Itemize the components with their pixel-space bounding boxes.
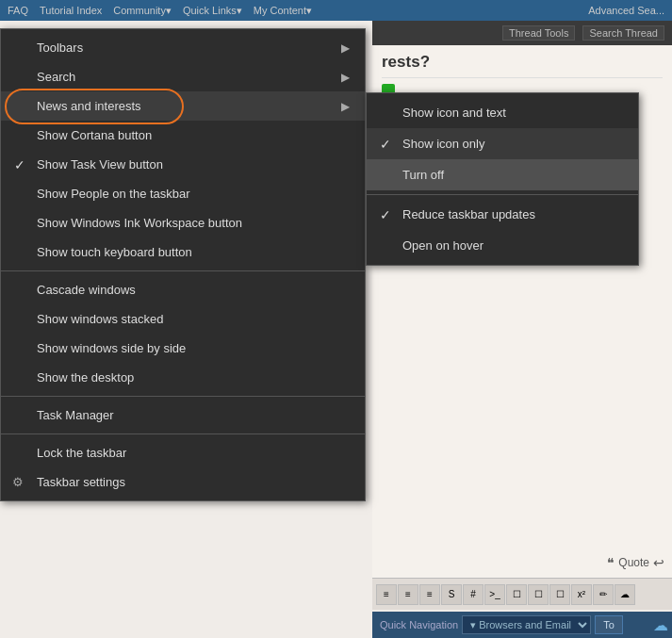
tab-my-content[interactable]: My Content▾ (254, 5, 312, 17)
submenu-item-icon-text[interactable]: Show icon and text (367, 97, 638, 128)
menu-item-task-view[interactable]: ✓ Show Task View button (1, 150, 365, 179)
separator-2 (1, 396, 365, 397)
menu-label-side-by-side: Show windows side by side (37, 341, 186, 355)
editor-btn-pen[interactable]: ✏ (593, 584, 614, 605)
context-menu-main: Toolbars ▶ Search ▶ News and interests ▶… (0, 28, 366, 501)
editor-btn-cloud[interactable]: ☁ (615, 584, 635, 605)
menu-item-people[interactable]: Show People on the taskbar (1, 179, 365, 208)
reply-icon: ↩ (653, 555, 664, 570)
menu-item-cortana[interactable]: Show Cortana button (1, 121, 365, 150)
editor-btn-img3[interactable]: ☐ (549, 584, 570, 605)
editor-btn-strike[interactable]: S (441, 584, 462, 605)
separator-1 (1, 270, 365, 271)
gear-icon: ⚙ (12, 475, 24, 489)
tab-faq[interactable]: FAQ (8, 5, 28, 16)
menu-label-search: Search (37, 70, 75, 84)
editor-btn-list3[interactable]: ≡ (419, 584, 440, 605)
tab-quick-links[interactable]: Quick Links▾ (183, 5, 242, 17)
editor-btn-list2[interactable]: ≡ (398, 584, 418, 605)
arrow-icon-news: ▶ (341, 100, 350, 113)
editor-btn-img1[interactable]: ☐ (506, 584, 527, 605)
editor-btn-hash[interactable]: # (463, 584, 484, 605)
menu-label-cascade: Cascade windows (37, 283, 136, 297)
menu-item-task-manager[interactable]: Task Manager (1, 401, 365, 430)
menu-item-ink-workspace[interactable]: Show Windows Ink Workspace button (1, 208, 365, 237)
submenu-label-icon-only: Show icon only (402, 137, 484, 151)
thread-toolbar: Thread Tools Search Thread (372, 21, 672, 45)
menu-label-task-manager: Task Manager (37, 408, 114, 422)
sub-separator-1 (367, 194, 638, 195)
submenu-item-turn-off[interactable]: Turn off (367, 159, 638, 190)
page-heading: rests? (382, 53, 663, 72)
menu-label-touch-keyboard: Show touch keyboard button (37, 245, 192, 259)
editor-btn-img2[interactable]: ☐ (528, 584, 549, 605)
checkmark-icon-only: ✓ (380, 137, 391, 152)
cloud-icon: ☁ (653, 616, 668, 634)
nav-to-btn[interactable]: To (595, 615, 623, 634)
submenu-item-icon-only[interactable]: ✓ Show icon only (367, 128, 638, 159)
menu-label-news-interests: News and interests (37, 99, 141, 113)
menu-item-toolbars[interactable]: Toolbars ▶ (1, 33, 365, 62)
editor-btn-code[interactable]: >_ (484, 584, 505, 605)
menu-item-cascade[interactable]: Cascade windows (1, 275, 365, 304)
submenu-item-open-hover[interactable]: Open on hover (367, 230, 638, 261)
arrow-icon-search: ▶ (341, 71, 350, 84)
checkmark-task-view: ✓ (14, 157, 25, 172)
menu-label-ink-workspace: Show Windows Ink Workspace button (37, 216, 242, 230)
menu-item-desktop[interactable]: Show the desktop (1, 363, 365, 392)
menu-item-taskbar-settings[interactable]: ⚙ Taskbar settings (1, 467, 365, 497)
submenu-label-icon-text: Show icon and text (402, 106, 506, 120)
nav-dropdown[interactable]: ▾ Browsers and Email (462, 615, 591, 634)
checkmark-reduce-updates: ✓ (380, 207, 391, 222)
menu-label-task-view: Show Task View button (37, 157, 163, 172)
editor-btn-list1[interactable]: ≡ (376, 584, 397, 605)
tab-tutorial[interactable]: Tutorial Index (40, 5, 102, 16)
tab-community[interactable]: Community▾ (113, 5, 172, 17)
menu-item-lock-taskbar[interactable]: Lock the taskbar (1, 438, 365, 467)
menu-label-cortana: Show Cortana button (37, 128, 152, 142)
search-thread-btn[interactable]: Search Thread (582, 25, 664, 41)
menu-label-taskbar-settings: Taskbar settings (37, 475, 125, 489)
menu-item-side-by-side[interactable]: Show windows side by side (1, 334, 365, 363)
thread-tools-btn[interactable]: Thread Tools (502, 25, 575, 41)
submenu-label-turn-off: Turn off (402, 168, 444, 182)
separator-3 (1, 434, 365, 434)
advanced-search-link[interactable]: Advanced Sea... (588, 5, 664, 16)
editor-btn-sup[interactable]: x² (571, 584, 592, 605)
quote-btn[interactable]: Quote (618, 556, 649, 569)
menu-label-toolbars: Toolbars (37, 41, 83, 55)
quote-icon: ❝ (607, 555, 615, 570)
menu-item-stacked[interactable]: Show windows stacked (1, 304, 365, 334)
menu-label-lock-taskbar: Lock the taskbar (37, 446, 126, 460)
menu-item-search[interactable]: Search ▶ (1, 62, 365, 91)
menu-item-touch-keyboard[interactable]: Show touch keyboard button (1, 237, 365, 267)
menu-item-news-interests[interactable]: News and interests ▶ (1, 91, 365, 121)
menu-label-people: Show People on the taskbar (37, 187, 190, 201)
quick-nav-label: Quick Navigation (380, 619, 458, 630)
menu-label-desktop: Show the desktop (37, 370, 134, 384)
menu-label-stacked: Show windows stacked (37, 312, 163, 326)
context-menu-submenu: Show icon and text ✓ Show icon only Turn… (366, 92, 639, 266)
arrow-icon-toolbars: ▶ (341, 41, 350, 55)
submenu-label-open-hover: Open on hover (402, 238, 484, 253)
submenu-item-reduce-updates[interactable]: ✓ Reduce taskbar updates (367, 199, 638, 230)
web-top-bar: FAQ Tutorial Index Community▾ Quick Link… (0, 0, 672, 21)
submenu-label-reduce-updates: Reduce taskbar updates (402, 207, 535, 221)
